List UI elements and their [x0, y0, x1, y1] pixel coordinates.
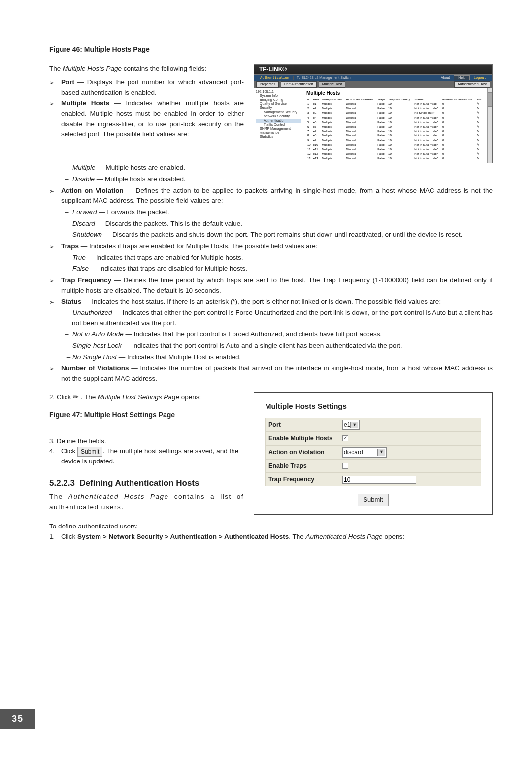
- figure-46-title: Figure 46: Multiple Hosts Page: [49, 44, 493, 55]
- intro-text: The Multiple Hosts Page contains the fol…: [49, 64, 244, 74]
- bullet-arrow: ➢: [49, 77, 61, 98]
- value-single-host-lock: – Single-host Lock — Indicates that the …: [49, 341, 493, 351]
- brand-bar: TP-LINK®: [254, 65, 492, 75]
- tab-auth-host: Authenticated Host: [454, 81, 490, 87]
- help-link: Help: [454, 75, 469, 80]
- enable-traps-label: Enable Traps: [268, 461, 342, 471]
- value-false: – False — Indicates that traps are disab…: [49, 264, 493, 274]
- logout-link: Logout: [470, 76, 490, 80]
- enable-multiple-hosts-checkbox[interactable]: [342, 435, 348, 441]
- model-text: TL-SL2428 L2 Management Switch: [293, 76, 437, 80]
- multiple-hosts-settings-panel: Multiple Hosts Settings Port e1▼ Enable …: [254, 392, 493, 515]
- trap-frequency-label: Trap Frequency: [268, 475, 342, 484]
- value-shutdown: – Shutdown — Discards the packets and sh…: [49, 230, 493, 240]
- field-action-on-violation: Action on Violation — Defines the action…: [61, 186, 493, 206]
- step-1b: 1. Click System > Network Security > Aut…: [49, 532, 493, 542]
- tab-properties: Properties: [256, 81, 279, 87]
- value-not-in-auto: – Not in Auto Mode — Indicates that the …: [49, 330, 493, 340]
- breadcrumb: Authentication: [256, 76, 293, 80]
- section-5-2-2-3: 5.2.2.3 Defining Authentication Hosts: [49, 477, 244, 490]
- field-traps: Traps — Indicates if traps are enabled f…: [61, 241, 318, 252]
- page-number: 35: [0, 709, 35, 729]
- enable-multiple-hosts-label: Enable Multiple Hosts: [268, 434, 342, 443]
- bullet-arrow: ➢: [49, 363, 61, 384]
- bullet-arrow: ➢: [49, 275, 61, 296]
- submit-button[interactable]: Submit: [358, 494, 388, 506]
- trap-frequency-input[interactable]: [342, 476, 416, 484]
- screenshot-multiple-hosts: TP-LINK® Authentication TL-SL2428 L2 Man…: [254, 64, 493, 164]
- value-multiple: – Multiple — Multiple hosts are enabled.: [49, 163, 493, 173]
- figure-47-title: Figure 47: Multiple Host Settings Page: [49, 410, 244, 421]
- action-on-violation-select[interactable]: discard▼: [342, 447, 387, 458]
- bullet-arrow: ➢: [49, 241, 61, 252]
- step-2: 2. Click ✎ . The Multiple Host Settings …: [49, 392, 244, 403]
- step-4: 4. Click Submit. The multiple host setti…: [49, 446, 244, 467]
- main-pane: Multiple Hosts #PortMultiple HostsAction…: [303, 88, 487, 163]
- submit-button-inline: Submit: [77, 447, 102, 457]
- enable-traps-checkbox[interactable]: [342, 463, 348, 469]
- value-disable: – Disable — Multiple hosts are disabled.: [49, 174, 493, 185]
- section-desc: The Authenticated Hosts Page contains a …: [49, 492, 244, 513]
- chevron-down-icon: ▼: [377, 449, 385, 456]
- field-multiple-hosts: Multiple Hosts — Indicates whether multi…: [61, 99, 244, 140]
- tab-port-auth: Port Authentication: [281, 81, 317, 87]
- value-discard: – Discard — Discards the packets. This i…: [49, 219, 493, 229]
- nav-tree: 192.168.1.1 System Info Bridging Config …: [254, 88, 303, 163]
- value-true: – True — Indicates that traps are enable…: [49, 253, 493, 263]
- value-no-single-host: – No Single Host — Indicates that Multip…: [49, 352, 493, 363]
- field-status: Status — Indicates the host status. If t…: [61, 297, 441, 307]
- field-port: Port — Displays the port number for whic…: [61, 77, 244, 98]
- to-define: To define authenticated users:: [49, 522, 493, 532]
- value-unauthorized: – Unauthorized — Indicates that either t…: [49, 308, 493, 329]
- tabs-bar: Properties Port Authentication Multiple …: [254, 81, 492, 88]
- bullet-arrow: ➢: [49, 297, 61, 307]
- step-3: 3. Define the fields.: [49, 436, 244, 447]
- action-on-violation-label: Action on Violation: [268, 448, 342, 457]
- port-label: Port: [268, 420, 342, 429]
- pane-heading: Multiple Hosts: [306, 90, 484, 96]
- field-trap-frequency: Trap Frequency — Defines the time period…: [61, 275, 493, 296]
- multiple-hosts-table: #PortMultiple HostsAction on ViolationTr…: [306, 98, 484, 161]
- port-select[interactable]: e1▼: [342, 420, 360, 430]
- scrollbar: [487, 88, 492, 163]
- bullet-arrow: ➢: [49, 99, 61, 140]
- bullet-arrow: ➢: [49, 186, 61, 206]
- about-link: About: [437, 76, 454, 80]
- field-number-of-violations: Number of Violations — Indicates the num…: [61, 363, 493, 384]
- tab-multiple-host: Multiple Host: [319, 81, 345, 87]
- chevron-down-icon: ▼: [350, 422, 358, 428]
- value-forward: – Forward — Forwards the packet.: [49, 207, 493, 218]
- settings-title: Multiple Hosts Settings: [265, 400, 481, 412]
